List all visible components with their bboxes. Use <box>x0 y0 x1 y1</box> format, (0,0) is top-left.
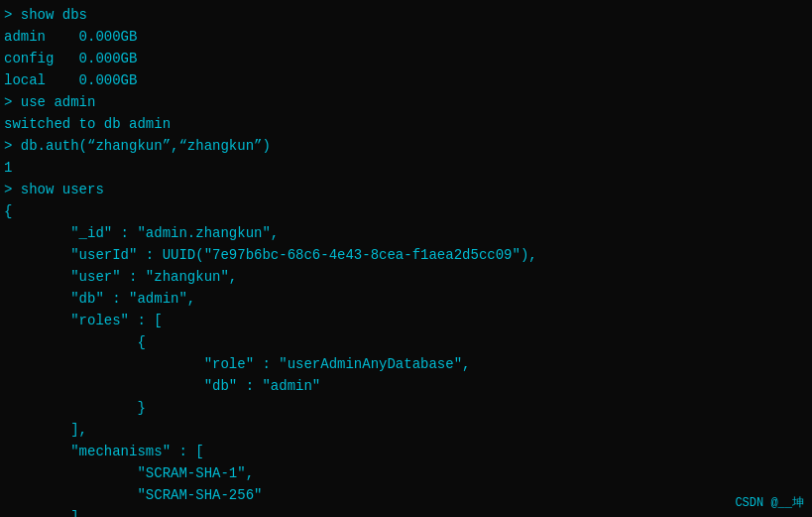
terminal-line: "mechanisms" : [ <box>4 441 808 462</box>
terminal-line: { <box>4 331 808 353</box>
terminal-line: "SCRAM-SHA-256" <box>4 484 808 506</box>
terminal-line: admin 0.000GB <box>4 26 808 48</box>
terminal-line: ] <box>4 506 808 517</box>
terminal-line: "SCRAM-SHA-1", <box>4 462 808 484</box>
terminal-line: switched to db admin <box>4 113 808 135</box>
terminal-line: } <box>4 397 808 419</box>
terminal-line: 1 <box>4 157 808 179</box>
terminal-line: "userId" : UUID("7e97b6bc-68c6-4e43-8cea… <box>4 244 808 266</box>
terminal-line: "_id" : "admin.zhangkun", <box>4 222 808 244</box>
terminal-line: > show users <box>4 179 808 200</box>
terminal-line: "role" : "userAdminAnyDatabase", <box>4 353 808 375</box>
terminal-line: "db" : "admin" <box>4 375 808 397</box>
terminal-line: "roles" : [ <box>4 310 808 331</box>
terminal-line: { <box>4 200 808 222</box>
terminal-line: local 0.000GB <box>4 69 808 91</box>
terminal-line: > db.auth(“zhangkun”,“zhangkun”) <box>4 135 808 157</box>
watermark: CSDN @__坤 <box>735 494 804 511</box>
terminal-line: "user" : "zhangkun", <box>4 266 808 288</box>
terminal-line: > show dbs <box>4 4 808 26</box>
terminal-window: > show dbsadmin 0.000GBconfig 0.000GBloc… <box>0 0 812 517</box>
terminal-line: config 0.000GB <box>4 48 808 69</box>
terminal-line: ], <box>4 419 808 441</box>
terminal-output: > show dbsadmin 0.000GBconfig 0.000GBloc… <box>4 4 808 517</box>
terminal-line: "db" : "admin", <box>4 288 808 310</box>
terminal-line: > use admin <box>4 91 808 113</box>
